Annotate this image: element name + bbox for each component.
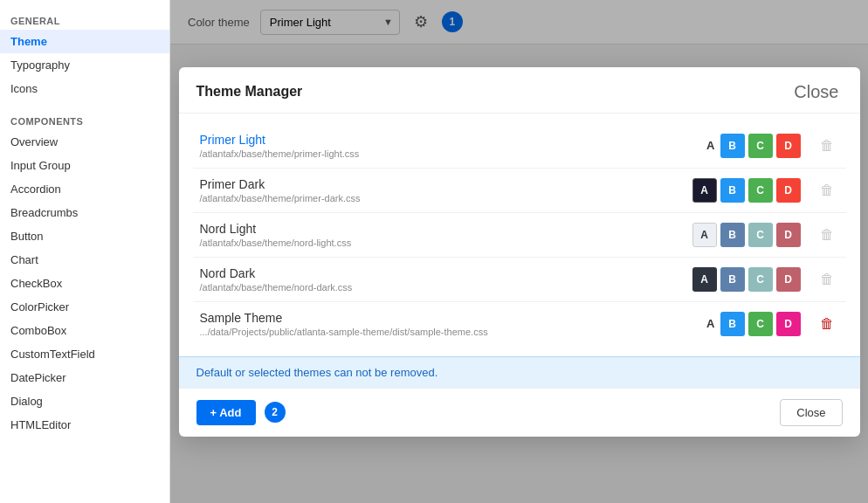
warning-bar: Default or selected themes can not be re… — [179, 356, 860, 388]
theme-swatches-primer-dark: A A B C D — [692, 178, 801, 203]
sidebar-item-dialog[interactable]: Dialog — [0, 389, 169, 413]
swatch-b: B — [720, 134, 745, 158]
swatch-b-nord-light: B — [720, 223, 745, 247]
delete-button-primer-light[interactable]: 🗑 — [815, 134, 839, 157]
general-section-label: GENERAL — [0, 7, 169, 30]
sidebar: GENERAL Theme Typography Icons COMPONENT… — [0, 0, 170, 503]
swatch-d-sample: D — [776, 312, 801, 336]
theme-path-nord-light: /atlantafx/base/theme/nord-light.css — [200, 238, 692, 248]
swatch-b-sample: B — [720, 312, 745, 336]
theme-path-nord-dark: /atlantafx/base/theme/nord-dark.css — [200, 282, 692, 293]
sidebar-item-datepicker[interactable]: DatePicker — [0, 366, 169, 389]
delete-button-nord-light[interactable]: 🗑 — [815, 224, 839, 246]
sidebar-item-button[interactable]: Button — [0, 224, 169, 248]
table-row: Nord Dark /atlantafx/base/theme/nord-dar… — [193, 258, 846, 302]
delete-button-sample[interactable]: 🗑 — [815, 313, 839, 335]
modal-body: Primer Light /atlantafx/base/theme/prime… — [179, 114, 860, 356]
theme-name-nord-light: Nord Light — [200, 222, 692, 236]
theme-info-sample: Sample Theme .../data/Projects/public/at… — [200, 311, 707, 337]
swatch-d: D — [776, 134, 801, 158]
theme-name-nord-dark: Nord Dark — [200, 266, 692, 280]
swatch-a-nord-dark: A — [692, 267, 717, 292]
theme-name-sample: Sample Theme — [200, 311, 707, 325]
theme-swatches-nord-light: A A B C D — [692, 223, 801, 247]
sidebar-item-breadcrumbs[interactable]: Breadcrumbs — [0, 201, 169, 224]
sidebar-item-theme[interactable]: Theme — [0, 30, 169, 53]
add-theme-button[interactable]: + Add — [196, 400, 256, 425]
delete-button-primer-dark[interactable]: 🗑 — [815, 179, 839, 202]
table-row: Nord Light /atlantafx/base/theme/nord-li… — [193, 213, 846, 258]
table-row: Sample Theme .../data/Projects/public/at… — [193, 302, 846, 346]
swatch-d-dark: D — [776, 178, 801, 203]
swatch-c-nord-light: C — [748, 223, 773, 247]
sidebar-item-customtextfield[interactable]: CustomTextField — [0, 342, 169, 366]
theme-info-primer-dark: Primer Dark /atlantafx/base/theme/primer… — [200, 177, 692, 203]
sidebar-item-chart[interactable]: Chart — [0, 248, 169, 272]
table-row: Primer Dark /atlantafx/base/theme/primer… — [193, 169, 846, 213]
delete-button-nord-dark[interactable]: 🗑 — [815, 268, 839, 291]
swatch-b-nord-dark: B — [720, 267, 745, 292]
swatch-a-label: A — [706, 139, 714, 152]
theme-swatches-primer-light: A B C D — [706, 134, 800, 158]
main-content: Color theme Primer Light Primer Dark Nor… — [170, 0, 868, 503]
theme-name-primer-dark: Primer Dark — [200, 177, 692, 191]
theme-swatches-sample: A B C D — [706, 312, 800, 336]
theme-swatches-nord-dark: A A B C D — [692, 267, 801, 292]
swatch-a-nord-light: A — [692, 223, 717, 247]
table-row: Primer Light /atlantafx/base/theme/prime… — [193, 124, 846, 169]
sidebar-item-input-group[interactable]: Input Group — [0, 154, 169, 177]
swatch-d-nord-light: D — [776, 223, 801, 247]
swatch-c: C — [748, 134, 773, 158]
swatch-c-sample: C — [748, 312, 773, 336]
modal-footer: + Add 2 Close — [179, 388, 860, 437]
modal-overlay: Theme Manager Close Primer Light /atlant… — [170, 0, 868, 503]
theme-name-primer-light: Primer Light — [200, 133, 707, 147]
sidebar-item-overview[interactable]: Overview — [0, 130, 169, 154]
theme-info-nord-light: Nord Light /atlantafx/base/theme/nord-li… — [200, 222, 692, 248]
sidebar-item-icons[interactable]: Icons — [0, 77, 169, 100]
theme-info-primer-light: Primer Light /atlantafx/base/theme/prime… — [200, 133, 707, 159]
sidebar-item-typography[interactable]: Typography — [0, 53, 169, 77]
sidebar-item-colorpicker[interactable]: ColorPicker — [0, 295, 169, 319]
modal-title: Theme Manager — [196, 84, 303, 100]
sidebar-item-checkbox[interactable]: CheckBox — [0, 272, 169, 295]
badge-2: 2 — [265, 402, 286, 423]
theme-path-sample: .../data/Projects/public/atlanta-sample-… — [200, 327, 707, 337]
swatch-a-label: A — [706, 317, 714, 330]
theme-info-nord-dark: Nord Dark /atlantafx/base/theme/nord-dar… — [200, 266, 692, 293]
swatch-c-dark: C — [748, 178, 773, 203]
components-section-label: COMPONENTS — [0, 107, 169, 130]
swatch-b-dark: B — [720, 178, 745, 203]
theme-path-primer-dark: /atlantafx/base/theme/primer-dark.css — [200, 193, 692, 203]
swatch-c-nord-dark: C — [748, 267, 773, 292]
close-modal-button[interactable]: Close — [780, 399, 842, 426]
theme-path-primer-light: /atlantafx/base/theme/primer-light.css — [200, 148, 707, 159]
modal-close-button[interactable]: Close — [790, 81, 842, 102]
modal-header: Theme Manager Close — [179, 67, 860, 114]
theme-manager-modal: Theme Manager Close Primer Light /atlant… — [179, 67, 860, 437]
sidebar-item-combobox[interactable]: ComboBox — [0, 319, 169, 342]
swatch-d-nord-dark: D — [776, 267, 801, 292]
sidebar-item-accordion[interactable]: Accordion — [0, 177, 169, 201]
sidebar-item-htmleditor[interactable]: HTMLEditor — [0, 413, 169, 437]
swatch-a-dark: A — [692, 178, 717, 203]
